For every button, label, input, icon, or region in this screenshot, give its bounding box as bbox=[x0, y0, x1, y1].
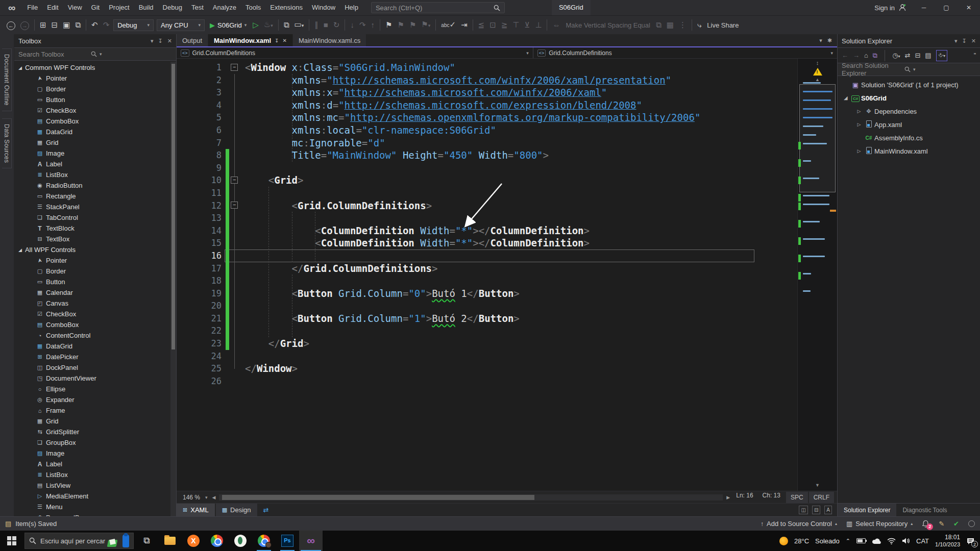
code-line-9[interactable]: 9 bbox=[177, 162, 797, 174]
new-project-icon[interactable]: ⊞ bbox=[37, 18, 49, 32]
code-line-14[interactable]: 14 <ColumnDefinition Width="*"></ColumnD… bbox=[177, 224, 797, 237]
toolbox-options-icon[interactable]: ▾ bbox=[151, 38, 154, 44]
hot-reload-icon[interactable]: ♨▾ bbox=[261, 18, 276, 32]
code-line-18[interactable]: 18 bbox=[177, 274, 797, 287]
menu-debug[interactable]: Debug bbox=[158, 0, 187, 15]
spell-check-icon[interactable]: abc✓ bbox=[438, 18, 458, 32]
tray-overflow-chevron-icon[interactable]: ⌃ bbox=[846, 538, 850, 544]
toolbox-item-expander[interactable]: ◎Expander bbox=[14, 394, 176, 405]
xaml-view-tab[interactable]: ⊠ XAML bbox=[177, 504, 215, 516]
document-tab-output[interactable]: Output bbox=[177, 34, 208, 46]
taskbar-search-box[interactable]: Escriu aquí per cercar bbox=[24, 533, 134, 549]
restart-icon[interactable]: ↻ bbox=[331, 18, 342, 32]
toolbox-item-dockpanel[interactable]: ◫DockPanel bbox=[14, 362, 176, 373]
solution-configuration-dropdown[interactable]: Debug▾ bbox=[113, 19, 154, 31]
restore-button[interactable]: ▢ bbox=[935, 0, 958, 15]
solution-search-input[interactable]: Search Solution Explorer ▾ bbox=[838, 63, 980, 76]
save-all-icon[interactable]: ⧉ bbox=[72, 18, 83, 32]
taskbar-app-oval-app[interactable] bbox=[229, 531, 252, 551]
grid-options-icon[interactable]: ▦ bbox=[664, 18, 676, 32]
expand-collapse-icon[interactable]: ◢ bbox=[18, 65, 22, 70]
bookmark-clear-icon[interactable]: ⚑▾ bbox=[419, 18, 433, 32]
scroll-right-icon[interactable]: ▶ bbox=[725, 495, 731, 500]
toolbox-item-button[interactable]: ▭Button bbox=[14, 94, 176, 105]
menu-view[interactable]: View bbox=[63, 0, 87, 15]
horizontal-split-icon[interactable]: ⊟ bbox=[812, 506, 820, 514]
code-line-6[interactable]: 6 xmlns:local="clr-namespace:S06Grid" bbox=[177, 124, 797, 137]
search-dropdown-icon[interactable]: ▾ bbox=[913, 67, 976, 72]
toolbox-group-header[interactable]: ◢All WPF Controls bbox=[14, 244, 176, 255]
bookmark-prev-icon[interactable]: ⚑ bbox=[395, 18, 406, 32]
menu-analyze[interactable]: Analyze bbox=[208, 0, 241, 15]
pause-icon[interactable]: ∥ bbox=[312, 18, 321, 32]
zoom-level-dropdown[interactable]: 146 %▾ bbox=[180, 494, 211, 501]
pin-tab-icon[interactable]: ↧ bbox=[275, 38, 279, 43]
panel-pin-icon[interactable]: ↧ bbox=[962, 38, 967, 44]
editor-settings-gear-icon[interactable]: ✱ bbox=[827, 37, 832, 44]
redo-icon[interactable]: ↷ bbox=[101, 18, 112, 32]
tab-list-dropdown-icon[interactable]: ▾ bbox=[819, 37, 822, 44]
toolbox-item-image[interactable]: ▨Image bbox=[14, 448, 176, 459]
breadcrumb-left[interactable]: <> Grid.ColumnDefinitions ▾ bbox=[177, 47, 533, 58]
align-left-icon[interactable]: ≦ bbox=[476, 18, 487, 32]
taskbar-app-chrome-profile[interactable] bbox=[252, 531, 276, 551]
quick-search-box[interactable]: Search (Ctrl+Q) bbox=[371, 2, 505, 13]
code-line-26[interactable]: 26 bbox=[177, 375, 797, 388]
bookmark-next-icon[interactable]: ⚑ bbox=[407, 18, 419, 32]
minimap-scrollbar[interactable]: ↕ ▲ ▼ bbox=[797, 59, 837, 491]
tree-item-dependencies[interactable]: ▷❖Dependencies bbox=[838, 105, 980, 118]
line-ending-indicator[interactable]: CRLF bbox=[809, 492, 834, 503]
tree-item-app-xaml[interactable]: ▷App.xaml bbox=[838, 118, 980, 131]
menu-help[interactable]: Help bbox=[340, 0, 363, 15]
document-tab-mainwindow.xaml[interactable]: MainWindow.xaml↧✕ bbox=[208, 34, 292, 46]
open-file-icon[interactable]: ⊟ bbox=[49, 18, 61, 32]
properties-icon[interactable]: ▤ bbox=[925, 52, 931, 59]
code-line-19[interactable]: 19 <Button Grid.Column="0">Butó 1</Butto… bbox=[177, 287, 797, 300]
taskbar-app-chrome[interactable] bbox=[205, 531, 229, 551]
step-into-icon[interactable]: ↓ bbox=[348, 18, 357, 32]
stop-icon[interactable]: ■ bbox=[321, 18, 331, 32]
close-tab-icon[interactable]: ✕ bbox=[283, 38, 287, 43]
package-manager-icon[interactable]: ⧉ bbox=[281, 18, 292, 32]
menu-build[interactable]: Build bbox=[134, 0, 158, 15]
wifi-icon[interactable] bbox=[887, 538, 896, 544]
add-to-source-control-button[interactable]: ↑ Add to Source Control ▴ bbox=[761, 520, 837, 528]
menu-extensions[interactable]: Extensions bbox=[265, 0, 307, 15]
toolbox-item-checkbox[interactable]: ☑CheckBox bbox=[14, 309, 176, 319]
chevron-down-icon[interactable]: ▾ bbox=[830, 51, 833, 56]
tree-item-assemblyinfo-cs[interactable]: C#AssemblyInfo.cs bbox=[838, 131, 980, 144]
document-tab-mainwindow.xaml.cs[interactable]: MainWindow.xaml.cs bbox=[293, 34, 366, 46]
navigate-back-button[interactable]: ← bbox=[4, 18, 18, 32]
menu-tools[interactable]: Tools bbox=[241, 0, 265, 15]
collapse-pane-icon[interactable]: A bbox=[824, 506, 832, 514]
background-tasks-icon[interactable] bbox=[968, 520, 975, 527]
fold-collapse-icon[interactable]: − bbox=[231, 177, 238, 184]
close-button[interactable]: ✕ bbox=[958, 0, 980, 15]
spacing-equal-icon[interactable]: ⇔ bbox=[550, 18, 562, 32]
code-line-2[interactable]: 2 xmlns="http://schemas.microsoft.com/wi… bbox=[177, 74, 797, 87]
toolbox-item-canvas[interactable]: ◰Canvas bbox=[14, 298, 176, 309]
action-center-icon[interactable]: 2 bbox=[966, 537, 975, 545]
navigate-forward-button[interactable]: → bbox=[18, 18, 32, 32]
chevron-down-icon[interactable]: ▾ bbox=[526, 51, 529, 56]
toolbox-item-button[interactable]: ▭Button bbox=[14, 277, 176, 287]
toolbox-item-menu[interactable]: ☰Menu bbox=[14, 502, 176, 512]
battery-icon[interactable] bbox=[856, 538, 866, 543]
toolbox-item-border[interactable]: ▢Border bbox=[14, 84, 176, 94]
data-sources-tab[interactable]: Data Sources bbox=[2, 118, 12, 168]
expand-collapse-icon[interactable]: ◢ bbox=[18, 247, 22, 253]
toolbox-item-checkbox[interactable]: ☑CheckBox bbox=[14, 105, 176, 116]
sign-in-button[interactable]: Sign in bbox=[868, 4, 913, 12]
make-vertical-spacing-equal-label[interactable]: Make Vertical Spacing Equal bbox=[562, 21, 653, 29]
onedrive-cloud-icon[interactable] bbox=[872, 538, 881, 544]
menu-edit[interactable]: Edit bbox=[42, 0, 63, 15]
toolbox-item-ellipse[interactable]: ○Ellipse bbox=[14, 384, 176, 394]
home-icon[interactable]: ⌂ bbox=[864, 52, 868, 59]
live-share-icon[interactable]: ⤷ bbox=[695, 18, 704, 32]
toolbox-item-border[interactable]: ▢Border bbox=[14, 266, 176, 277]
panel-close-icon[interactable]: ✕ bbox=[971, 38, 976, 44]
toolbox-item-stackpanel[interactable]: ☰StackPanel bbox=[14, 202, 176, 212]
code-line-22[interactable]: 22 bbox=[177, 324, 797, 337]
menu-project[interactable]: Project bbox=[104, 0, 134, 15]
speaker-icon[interactable] bbox=[902, 537, 910, 544]
